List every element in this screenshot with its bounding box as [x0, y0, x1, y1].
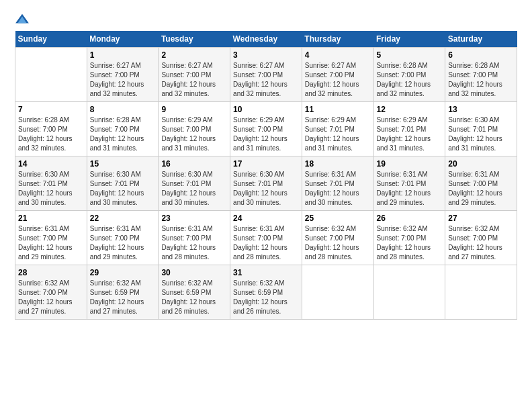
day-number: 18: [305, 159, 371, 169]
day-cell: 17Sunrise: 6:30 AM Sunset: 7:01 PM Dayli…: [230, 156, 302, 211]
header-cell-wednesday: Wednesday: [230, 31, 302, 48]
day-cell: 23Sunrise: 6:31 AM Sunset: 7:00 PM Dayli…: [159, 211, 230, 265]
day-cell: [15, 48, 87, 102]
day-cell: 15Sunrise: 6:30 AM Sunset: 7:01 PM Dayli…: [87, 156, 159, 211]
logo-icon: [15, 12, 30, 27]
day-number: 23: [161, 214, 227, 223]
day-cell: 24Sunrise: 6:31 AM Sunset: 7:00 PM Dayli…: [230, 211, 302, 265]
day-cell: 10Sunrise: 6:29 AM Sunset: 7:00 PM Dayli…: [230, 102, 302, 156]
day-info: Sunrise: 6:31 AM Sunset: 7:00 PM Dayligh…: [448, 170, 514, 208]
day-cell: 11Sunrise: 6:29 AM Sunset: 7:01 PM Dayli…: [302, 102, 373, 156]
day-number: 13: [448, 105, 514, 114]
day-cell: 1Sunrise: 6:27 AM Sunset: 7:00 PM Daylig…: [87, 48, 159, 102]
day-number: 31: [233, 268, 299, 277]
day-number: 6: [448, 50, 514, 60]
day-number: 14: [18, 159, 84, 169]
day-number: 21: [18, 214, 84, 223]
day-number: 27: [448, 214, 514, 223]
day-info: Sunrise: 6:27 AM Sunset: 7:00 PM Dayligh…: [233, 61, 299, 99]
calendar-table: SundayMondayTuesdayWednesdayThursdayFrid…: [15, 31, 517, 320]
day-cell: 14Sunrise: 6:30 AM Sunset: 7:01 PM Dayli…: [15, 156, 87, 211]
day-info: Sunrise: 6:27 AM Sunset: 7:00 PM Dayligh…: [161, 61, 227, 99]
day-number: 19: [377, 159, 443, 169]
day-info: Sunrise: 6:29 AM Sunset: 7:00 PM Dayligh…: [233, 116, 299, 153]
day-info: Sunrise: 6:31 AM Sunset: 7:00 PM Dayligh…: [161, 224, 227, 262]
day-info: Sunrise: 6:27 AM Sunset: 7:00 PM Dayligh…: [90, 61, 156, 99]
day-number: 8: [90, 105, 156, 114]
week-row-5: 28Sunrise: 6:32 AM Sunset: 7:00 PM Dayli…: [15, 265, 517, 320]
day-number: 3: [233, 50, 299, 60]
day-info: Sunrise: 6:28 AM Sunset: 7:00 PM Dayligh…: [90, 116, 156, 153]
day-info: Sunrise: 6:31 AM Sunset: 7:00 PM Dayligh…: [18, 224, 84, 262]
day-cell: 4Sunrise: 6:27 AM Sunset: 7:00 PM Daylig…: [302, 48, 373, 102]
day-cell: 8Sunrise: 6:28 AM Sunset: 7:00 PM Daylig…: [87, 102, 159, 156]
day-info: Sunrise: 6:30 AM Sunset: 7:01 PM Dayligh…: [18, 170, 84, 208]
day-info: Sunrise: 6:28 AM Sunset: 7:00 PM Dayligh…: [377, 61, 443, 99]
day-info: Sunrise: 6:32 AM Sunset: 7:00 PM Dayligh…: [377, 224, 443, 262]
day-number: 11: [305, 105, 371, 114]
day-number: 15: [90, 159, 156, 169]
header: [15, 12, 517, 27]
day-number: 16: [161, 159, 227, 169]
day-cell: 31Sunrise: 6:32 AM Sunset: 6:59 PM Dayli…: [230, 265, 302, 320]
day-info: Sunrise: 6:32 AM Sunset: 7:00 PM Dayligh…: [18, 279, 84, 316]
day-number: 12: [377, 105, 443, 114]
day-cell: 13Sunrise: 6:30 AM Sunset: 7:01 PM Dayli…: [445, 102, 517, 156]
day-number: 7: [18, 105, 84, 114]
page: SundayMondayTuesdayWednesdayThursdayFrid…: [0, 0, 532, 326]
day-cell: 27Sunrise: 6:32 AM Sunset: 7:00 PM Dayli…: [445, 211, 517, 265]
day-number: 26: [377, 214, 443, 223]
day-number: 2: [161, 50, 227, 60]
day-number: 22: [90, 214, 156, 223]
day-info: Sunrise: 6:30 AM Sunset: 7:01 PM Dayligh…: [161, 170, 227, 208]
day-cell: 22Sunrise: 6:31 AM Sunset: 7:00 PM Dayli…: [87, 211, 159, 265]
header-cell-thursday: Thursday: [302, 31, 373, 48]
day-number: 4: [305, 50, 371, 60]
week-row-3: 14Sunrise: 6:30 AM Sunset: 7:01 PM Dayli…: [15, 156, 517, 211]
week-row-4: 21Sunrise: 6:31 AM Sunset: 7:00 PM Dayli…: [15, 211, 517, 265]
day-info: Sunrise: 6:32 AM Sunset: 6:59 PM Dayligh…: [90, 279, 156, 316]
day-info: Sunrise: 6:32 AM Sunset: 7:00 PM Dayligh…: [305, 224, 371, 262]
day-info: Sunrise: 6:29 AM Sunset: 7:01 PM Dayligh…: [305, 116, 371, 153]
day-cell: 3Sunrise: 6:27 AM Sunset: 7:00 PM Daylig…: [230, 48, 302, 102]
day-number: 30: [161, 268, 227, 277]
day-info: Sunrise: 6:32 AM Sunset: 6:59 PM Dayligh…: [161, 279, 227, 316]
header-cell-monday: Monday: [87, 31, 159, 48]
day-cell: 16Sunrise: 6:30 AM Sunset: 7:01 PM Dayli…: [159, 156, 230, 211]
day-cell: 18Sunrise: 6:31 AM Sunset: 7:01 PM Dayli…: [302, 156, 373, 211]
day-cell: 26Sunrise: 6:32 AM Sunset: 7:00 PM Dayli…: [373, 211, 445, 265]
week-row-2: 7Sunrise: 6:28 AM Sunset: 7:00 PM Daylig…: [15, 102, 517, 156]
day-info: Sunrise: 6:28 AM Sunset: 7:00 PM Dayligh…: [448, 61, 514, 99]
header-cell-friday: Friday: [373, 31, 445, 48]
day-info: Sunrise: 6:28 AM Sunset: 7:00 PM Dayligh…: [18, 116, 84, 153]
day-info: Sunrise: 6:31 AM Sunset: 7:00 PM Dayligh…: [233, 224, 299, 262]
day-cell: 7Sunrise: 6:28 AM Sunset: 7:00 PM Daylig…: [15, 102, 87, 156]
day-number: 25: [305, 214, 371, 223]
day-cell: 25Sunrise: 6:32 AM Sunset: 7:00 PM Dayli…: [302, 211, 373, 265]
day-cell: 12Sunrise: 6:29 AM Sunset: 7:01 PM Dayli…: [373, 102, 445, 156]
header-row: SundayMondayTuesdayWednesdayThursdayFrid…: [15, 31, 517, 48]
day-cell: 29Sunrise: 6:32 AM Sunset: 6:59 PM Dayli…: [87, 265, 159, 320]
day-number: 29: [90, 268, 156, 277]
day-info: Sunrise: 6:27 AM Sunset: 7:00 PM Dayligh…: [305, 61, 371, 99]
day-info: Sunrise: 6:32 AM Sunset: 7:00 PM Dayligh…: [448, 224, 514, 262]
week-row-1: 1Sunrise: 6:27 AM Sunset: 7:00 PM Daylig…: [15, 48, 517, 102]
day-info: Sunrise: 6:31 AM Sunset: 7:01 PM Dayligh…: [377, 170, 443, 208]
day-cell: 9Sunrise: 6:29 AM Sunset: 7:00 PM Daylig…: [159, 102, 230, 156]
day-number: 9: [161, 105, 227, 114]
day-number: 17: [233, 159, 299, 169]
day-cell: 5Sunrise: 6:28 AM Sunset: 7:00 PM Daylig…: [373, 48, 445, 102]
header-cell-sunday: Sunday: [15, 31, 87, 48]
day-cell: 20Sunrise: 6:31 AM Sunset: 7:00 PM Dayli…: [445, 156, 517, 211]
day-number: 20: [448, 159, 514, 169]
day-cell: 21Sunrise: 6:31 AM Sunset: 7:00 PM Dayli…: [15, 211, 87, 265]
day-number: 10: [233, 105, 299, 114]
day-info: Sunrise: 6:30 AM Sunset: 7:01 PM Dayligh…: [233, 170, 299, 208]
day-info: Sunrise: 6:31 AM Sunset: 7:00 PM Dayligh…: [90, 224, 156, 262]
day-cell: [373, 265, 445, 320]
day-cell: 19Sunrise: 6:31 AM Sunset: 7:01 PM Dayli…: [373, 156, 445, 211]
day-info: Sunrise: 6:31 AM Sunset: 7:01 PM Dayligh…: [305, 170, 371, 208]
day-number: 1: [90, 50, 156, 60]
logo: [15, 12, 32, 27]
day-number: 28: [18, 268, 84, 277]
